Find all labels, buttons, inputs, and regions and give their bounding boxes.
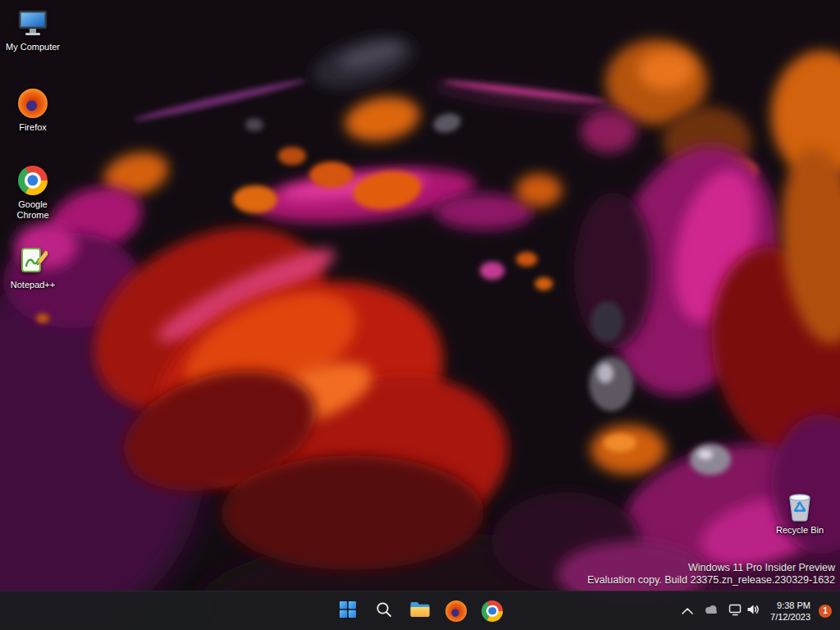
chrome-icon	[482, 600, 503, 622]
chrome-taskbar-button[interactable]	[476, 595, 509, 628]
search-button[interactable]	[368, 595, 400, 628]
search-icon	[375, 600, 393, 621]
desktop-icon-firefox[interactable]: Firefox	[2, 87, 64, 133]
tray-date: 7/12/2023	[770, 611, 810, 623]
windows-logo-icon	[338, 600, 358, 622]
taskbar: 9:38 PM 7/12/2023 1	[0, 591, 840, 630]
network-icon	[728, 604, 742, 619]
desktop-icon-label: Firefox	[19, 122, 47, 133]
tray-time: 9:38 PM	[777, 600, 810, 611]
watermark-line1: Windows 11 Pro Insider Preview	[587, 562, 835, 574]
file-explorer-button[interactable]	[404, 595, 436, 628]
hidden-icons-button[interactable]	[677, 595, 698, 628]
my-computer-icon	[16, 7, 50, 39]
desktop-icon-google-chrome[interactable]: Google Chrome	[2, 164, 64, 221]
desktop-icon-label: Recycle Bin	[776, 525, 824, 536]
desktop[interactable]: My Computer Firefox Google Chrome Notepa…	[0, 0, 840, 630]
system-tray: 9:38 PM 7/12/2023 1	[677, 591, 837, 630]
notification-badge: 1	[819, 605, 832, 618]
firefox-taskbar-button[interactable]	[440, 595, 472, 628]
onedrive-button[interactable]	[699, 595, 724, 628]
chevron-up-icon	[682, 605, 693, 617]
desktop-icon-label: Notepad++	[11, 280, 55, 290]
taskbar-center-icons	[331, 591, 509, 630]
start-button[interactable]	[331, 595, 364, 628]
desktop-icon-notepad-plus-plus[interactable]: Notepad++	[2, 244, 64, 290]
desktop-icon-label: My Computer	[6, 42, 60, 52]
volume-icon	[746, 604, 760, 618]
firefox-icon	[16, 87, 50, 120]
clock-button[interactable]: 9:38 PM 7/12/2023	[765, 595, 816, 628]
recycle-bin-icon	[783, 490, 817, 523]
quick-settings-button[interactable]	[724, 595, 764, 628]
desktop-icon-my-computer[interactable]: My Computer	[2, 7, 64, 52]
cloud-icon	[703, 604, 719, 618]
notepad-plus-plus-icon	[16, 244, 50, 277]
wallpaper	[0, 0, 840, 630]
watermark: Windows 11 Pro Insider Preview Evaluatio…	[587, 562, 835, 587]
firefox-icon	[445, 600, 467, 622]
notification-center-button[interactable]: 1	[817, 595, 837, 628]
desktop-icon-recycle-bin[interactable]: Recycle Bin	[769, 490, 831, 536]
desktop-icon-label: Google Chrome	[2, 199, 64, 221]
folder-icon	[409, 600, 431, 621]
watermark-line2: Evaluation copy. Build 23375.zn_release.…	[587, 574, 835, 587]
chrome-icon	[16, 164, 50, 197]
